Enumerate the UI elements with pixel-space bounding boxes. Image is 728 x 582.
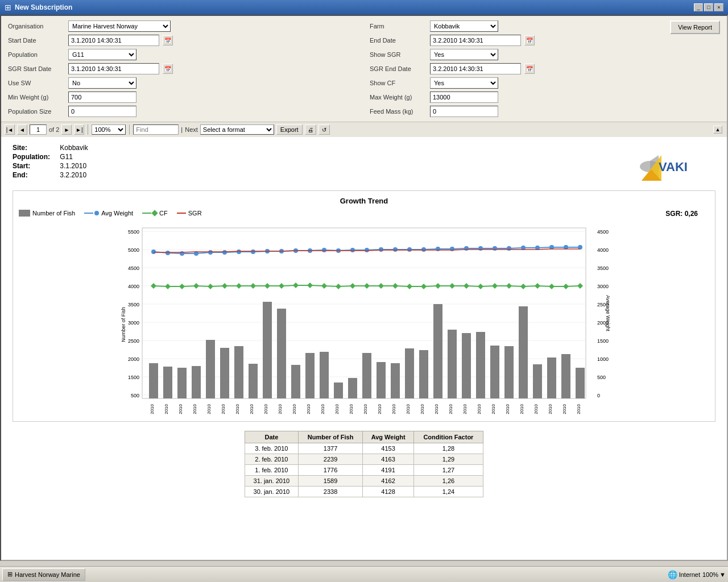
sgr-end-label: SGR End Date <box>370 65 427 72</box>
svg-rect-67 <box>561 354 570 398</box>
svg-point-83 <box>350 248 355 252</box>
end-date-input[interactable] <box>430 35 521 46</box>
start-date-calendar-button[interactable]: 📅 <box>163 35 173 45</box>
svg-text:4000: 4000 <box>128 284 139 289</box>
population-select[interactable]: G11 <box>68 49 136 60</box>
sgr-start-input[interactable] <box>68 63 159 74</box>
cell-fish: 1589 <box>298 476 363 487</box>
sgr-start-calendar-button[interactable]: 📅 <box>163 64 173 74</box>
svg-text:500: 500 <box>597 375 606 380</box>
pop-size-input[interactable] <box>68 106 136 117</box>
svg-text:2500: 2500 <box>128 338 139 344</box>
svg-text:4500: 4500 <box>597 229 609 235</box>
organisation-select[interactable]: Marine Harvest Norway <box>68 20 171 32</box>
svg-rect-46 <box>263 302 272 398</box>
svg-marker-122 <box>464 283 469 289</box>
feed-mass-input[interactable] <box>430 106 498 117</box>
svg-text:20. jan. 2010: 20. jan. 2010 <box>391 404 396 415</box>
chart-section: Growth Trend Number of Fish Avg W <box>13 190 715 422</box>
svg-rect-68 <box>576 368 585 398</box>
maximize-button[interactable]: □ <box>704 3 713 11</box>
start-date-input[interactable] <box>68 35 159 46</box>
show-sgr-select[interactable]: Yes <box>430 49 498 60</box>
farm-select[interactable]: Kobbavik <box>430 20 498 32</box>
minimize-button[interactable]: _ <box>694 3 703 11</box>
svg-text:3000: 3000 <box>128 320 139 326</box>
prev-page-button[interactable]: ◄ <box>17 124 27 135</box>
print-button[interactable]: 🖨 <box>305 124 316 135</box>
legend-fish-label: Number of Fish <box>32 210 75 217</box>
zoom-select[interactable]: 100% <box>92 124 126 135</box>
svg-marker-107 <box>250 283 256 289</box>
end-date-calendar-button[interactable]: 📅 <box>524 35 535 45</box>
svg-rect-48 <box>291 365 300 398</box>
svg-marker-125 <box>506 283 512 289</box>
cell-date: 31. jan. 2010 <box>245 476 299 487</box>
sgr-end-input[interactable] <box>430 63 521 74</box>
next-label: Next <box>185 126 198 133</box>
svg-point-81 <box>322 248 326 252</box>
population-info-label: Population: <box>13 153 58 161</box>
svg-text:9. jan. 2010: 9. jan. 2010 <box>235 404 240 415</box>
start-info-label: Start: <box>13 162 58 170</box>
svg-text:14. jan. 2010: 14. jan. 2010 <box>306 404 311 415</box>
legend-sgr-icon <box>177 213 186 214</box>
svg-text:1000: 1000 <box>597 356 609 362</box>
svg-text:15. jan. 2010: 15. jan. 2010 <box>320 404 325 415</box>
svg-text:5500: 5500 <box>128 229 139 235</box>
svg-marker-116 <box>378 283 384 289</box>
first-page-button[interactable]: |◄ <box>5 124 15 135</box>
find-input[interactable] <box>133 124 179 135</box>
use-sw-label: Use SW <box>8 80 65 86</box>
cell-cf: 1,24 <box>413 487 483 497</box>
svg-marker-124 <box>492 283 498 289</box>
title-bar: ⊞ New Subscription _ □ × <box>0 0 728 15</box>
svg-text:21. jan. 2010: 21. jan. 2010 <box>406 404 411 415</box>
svg-text:19. jan. 2010: 19. jan. 2010 <box>377 404 382 415</box>
use-sw-select[interactable]: No <box>68 77 136 89</box>
svg-rect-45 <box>249 364 258 398</box>
svg-rect-40 <box>177 368 187 398</box>
svg-point-92 <box>478 246 483 251</box>
view-report-button[interactable]: View Report <box>670 20 720 34</box>
svg-text:17. jan. 2010: 17. jan. 2010 <box>349 404 354 415</box>
max-weight-input[interactable] <box>430 92 498 103</box>
svg-text:16. jan. 2010: 16. jan. 2010 <box>334 404 340 415</box>
svg-text:4. jan. 2010: 4. jan. 2010 <box>164 404 169 415</box>
show-cf-select[interactable]: Yes <box>430 77 498 89</box>
close-button[interactable]: × <box>714 3 723 11</box>
sgr-end-calendar-button[interactable]: 📅 <box>524 64 535 74</box>
end-date-label: End Date <box>370 37 427 44</box>
svg-text:1500: 1500 <box>597 338 609 344</box>
last-page-button[interactable]: ►| <box>74 124 84 135</box>
site-info: Site: Kobbavik Population: G11 Start: 3.… <box>13 144 602 184</box>
export-button[interactable]: Export <box>276 124 303 135</box>
svg-rect-66 <box>547 357 556 398</box>
col-fish: Number of Fish <box>298 431 363 443</box>
svg-point-73 <box>208 250 213 255</box>
svg-text:500: 500 <box>131 393 139 398</box>
svg-point-90 <box>450 247 454 251</box>
svg-marker-120 <box>435 283 441 289</box>
svg-marker-108 <box>264 283 270 289</box>
svg-rect-53 <box>362 353 371 398</box>
svg-point-93 <box>493 246 497 251</box>
format-select[interactable]: Select a format <box>200 124 274 135</box>
window-title: New Subscription <box>15 3 72 11</box>
svg-point-75 <box>237 250 241 254</box>
svg-text:6. jan. 2010: 6. jan. 2010 <box>192 404 197 415</box>
refresh-button[interactable]: ↺ <box>318 124 330 135</box>
svg-marker-102 <box>179 284 185 289</box>
collapse-button[interactable]: ▲ <box>713 126 722 134</box>
min-weight-input[interactable] <box>68 92 136 103</box>
svg-marker-127 <box>535 283 540 289</box>
svg-text:4500: 4500 <box>128 265 139 271</box>
svg-rect-56 <box>405 348 414 398</box>
farm-label: Farm <box>370 23 427 30</box>
page-number-input[interactable] <box>30 124 47 135</box>
svg-text:1500: 1500 <box>128 375 139 380</box>
svg-text:10. jan. 2010: 10. jan. 2010 <box>249 404 254 415</box>
chart-title: Growth Trend <box>19 197 709 205</box>
next-page-button[interactable]: ► <box>61 124 72 135</box>
chart-container: 5500 5000 4500 4000 3500 3000 2500 2000 … <box>19 222 709 415</box>
